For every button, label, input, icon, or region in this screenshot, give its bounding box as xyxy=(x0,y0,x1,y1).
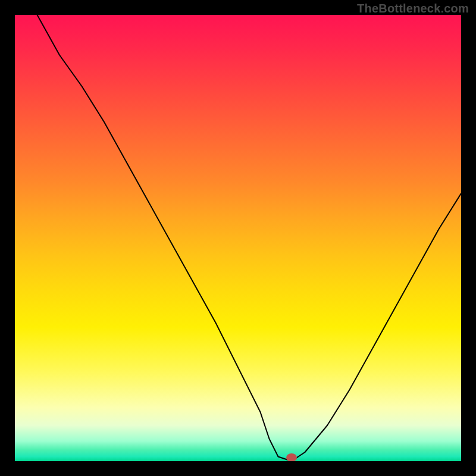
watermark-text: TheBottleneck.com xyxy=(357,2,469,15)
curve-layer xyxy=(15,15,461,461)
chart-frame: TheBottleneck.com xyxy=(0,0,476,476)
bottleneck-curve xyxy=(37,15,462,461)
optimal-point-marker xyxy=(286,453,297,461)
